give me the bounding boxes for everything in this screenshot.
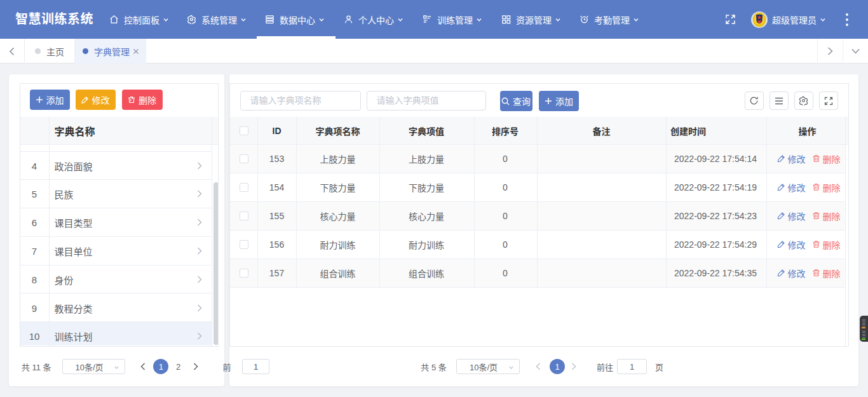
item-add-btn[interactable]: 添加 xyxy=(539,91,579,111)
nav-resource[interactable]: 资源管理 xyxy=(501,0,561,39)
nav-personal[interactable]: 个人中心 xyxy=(344,0,403,39)
nav-training[interactable]: 训练管理 xyxy=(423,0,482,39)
user-name[interactable]: 超级管理员 xyxy=(772,0,826,39)
dict-edit-btn[interactable]: 修改 xyxy=(76,90,116,110)
search-btn[interactable]: 查询 xyxy=(500,91,532,111)
dict-jump-input[interactable]: 1 xyxy=(242,359,269,374)
nav-attendance[interactable]: 考勤管理 xyxy=(580,0,639,39)
dict-card: 添加 修改 删除 字典名称 4政治面貌 5民 xyxy=(9,74,224,386)
dict-add-btn[interactable]: 添加 xyxy=(30,90,70,110)
tab-dict[interactable]: 字典管理 xyxy=(75,39,146,64)
items-table: ID 字典项名称 字典项值 排序号 备注 创建时间 操作 153 上肢力量 上肢… xyxy=(230,117,848,347)
dict-table: 字典名称 4政治面貌 5民族 6课目类型 7课目单位 xyxy=(20,117,219,346)
side-widget xyxy=(860,316,868,342)
user-avatar xyxy=(751,0,768,39)
item-name-input[interactable]: 请输入字典项名称 xyxy=(240,91,361,111)
dict-del-btn[interactable]: 删除 xyxy=(122,90,163,110)
items-page-1[interactable]: 1 xyxy=(550,359,565,374)
nav-dashboard[interactable]: 控制面板 xyxy=(109,0,169,39)
dict-size-select[interactable]: 10条/页 xyxy=(62,359,126,374)
items-jump-input[interactable]: 1 xyxy=(617,359,648,374)
item-value-input[interactable]: 请输入字典项值 xyxy=(367,91,486,111)
dict-management-page: 智慧训练系统 控制面板 系统管理 数据中心 个人中心 训练管理 xyxy=(0,0,868,397)
setting-btn[interactable] xyxy=(794,91,813,110)
nav-system[interactable]: 系统管理 xyxy=(187,0,247,39)
refresh-btn[interactable] xyxy=(745,91,764,110)
items-panel: 请输入字典项名称 请输入字典项值 查询 添加 xyxy=(229,83,849,347)
navbar: 智慧训练系统 控制面板 系统管理 数据中心 个人中心 训练管理 xyxy=(0,0,868,39)
fullscreen-btn[interactable] xyxy=(819,91,838,110)
density-btn[interactable] xyxy=(770,91,789,110)
tab-home[interactable]: 主页 xyxy=(25,39,75,64)
dict-page-1[interactable]: 1 xyxy=(153,359,168,374)
items-size-select[interactable]: 10条/页 xyxy=(456,359,520,374)
tabs-menu[interactable] xyxy=(843,39,868,64)
logo: 智慧训练系统 xyxy=(15,0,93,39)
tags-view: 主页 字典管理 xyxy=(0,39,868,64)
tabs-next[interactable] xyxy=(817,39,843,64)
dict-scrollbar xyxy=(214,182,218,345)
items-card: 请输入字典项名称 请输入字典项值 查询 添加 xyxy=(229,74,858,386)
tabs-back[interactable] xyxy=(0,39,25,64)
nav-more[interactable] xyxy=(843,0,851,39)
dict-panel: 添加 修改 删除 字典名称 4政治面貌 5民 xyxy=(20,83,219,347)
nav-fullscreen[interactable] xyxy=(725,0,736,39)
nav-data-center[interactable]: 数据中心 xyxy=(265,0,325,39)
